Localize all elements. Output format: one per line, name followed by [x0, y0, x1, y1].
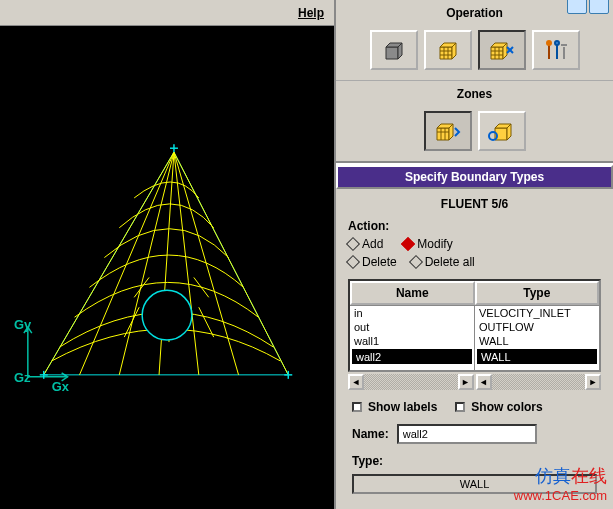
axis-x-label: Gx [52, 379, 70, 394]
operation-mesh-button[interactable] [424, 30, 472, 70]
svg-line-3 [80, 152, 174, 375]
action-delete-radio[interactable]: Delete [348, 255, 397, 269]
zones-boundary-button[interactable] [424, 111, 472, 151]
table-row[interactable]: in [350, 306, 474, 320]
svg-point-38 [546, 40, 552, 46]
type-column[interactable]: VELOCITY_INLET OUTFLOW WALL WALL [474, 306, 599, 370]
action-modify-label: Modify [417, 237, 452, 251]
show-colors-label: Show colors [471, 400, 542, 414]
mesh-hole [142, 290, 192, 340]
svg-marker-43 [437, 128, 449, 140]
operation-toolbar [336, 24, 613, 81]
type-field-label: Type: [352, 454, 383, 468]
svg-point-40 [555, 41, 559, 45]
action-add-radio[interactable]: Add [348, 237, 383, 251]
scroll-right-button[interactable]: ► [585, 374, 601, 390]
action-modify-radio[interactable]: Modify [403, 237, 452, 251]
menu-bar: Help [0, 0, 334, 26]
col-type-header[interactable]: Type [475, 281, 600, 305]
zones-title: Zones [336, 81, 613, 105]
name-field-label: Name: [352, 427, 389, 441]
operation-zones-button[interactable] [478, 30, 526, 70]
action-add-label: Add [362, 237, 383, 251]
svg-line-6 [174, 152, 199, 375]
vertex-markers [40, 144, 292, 379]
maximize-button[interactable] [589, 0, 609, 14]
col-name-header[interactable]: Name [350, 281, 475, 305]
action-delete-label: Delete [362, 255, 397, 269]
action-deleteall-label: Delete all [425, 255, 475, 269]
zones-toolbar [336, 105, 613, 163]
name-input[interactable] [397, 424, 537, 444]
panel-header: Specify Boundary Types [336, 165, 613, 189]
svg-line-8 [174, 152, 288, 375]
svg-line-12 [134, 277, 149, 297]
help-menu[interactable]: Help [298, 6, 324, 20]
svg-line-13 [194, 277, 209, 297]
table-row-selected[interactable]: WALL [477, 349, 597, 364]
scroll-right-button[interactable]: ► [458, 374, 474, 390]
operation-solid-button[interactable] [370, 30, 418, 70]
axis-y-label: Gy [14, 317, 32, 332]
window-controls [567, 0, 609, 14]
mesh-edges [44, 152, 289, 375]
zones-continuum-button[interactable] [478, 111, 526, 151]
scroll-track[interactable] [364, 374, 458, 390]
name-column[interactable]: in out wall1 wall2 [350, 306, 474, 370]
solver-title: FLUENT 5/6 [336, 189, 613, 219]
type-value-box[interactable]: WALL [352, 474, 597, 494]
operation-tools-button[interactable] [532, 30, 580, 70]
scroll-track[interactable] [492, 374, 586, 390]
table-row[interactable]: WALL [475, 334, 599, 348]
table-row[interactable]: VELOCITY_INLET [475, 306, 599, 320]
minimize-button[interactable] [567, 0, 587, 14]
table-row[interactable]: OUTFLOW [475, 320, 599, 334]
svg-marker-23 [440, 47, 452, 59]
svg-marker-30 [491, 47, 503, 59]
show-labels-checkbox[interactable]: Show labels [352, 400, 437, 414]
show-labels-label: Show labels [368, 400, 437, 414]
svg-marker-20 [386, 47, 398, 59]
svg-line-5 [159, 152, 174, 375]
scroll-left-button[interactable]: ◄ [476, 374, 492, 390]
show-colors-checkbox[interactable]: Show colors [455, 400, 542, 414]
axis-z-label: Gz [14, 370, 31, 385]
table-scrollbars: ◄ ► ◄ ► [348, 374, 601, 390]
mesh-viewport[interactable]: Gy Gz Gx [0, 26, 334, 509]
scroll-left-button[interactable]: ◄ [348, 374, 364, 390]
action-label: Action: [348, 219, 601, 233]
table-row[interactable]: wall1 [350, 334, 474, 348]
boundary-table: Name Type in out wall1 wall2 VELOCITY_IN… [348, 279, 601, 372]
action-deleteall-radio[interactable]: Delete all [411, 255, 475, 269]
table-row-selected[interactable]: wall2 [352, 349, 472, 364]
table-row[interactable]: out [350, 320, 474, 334]
